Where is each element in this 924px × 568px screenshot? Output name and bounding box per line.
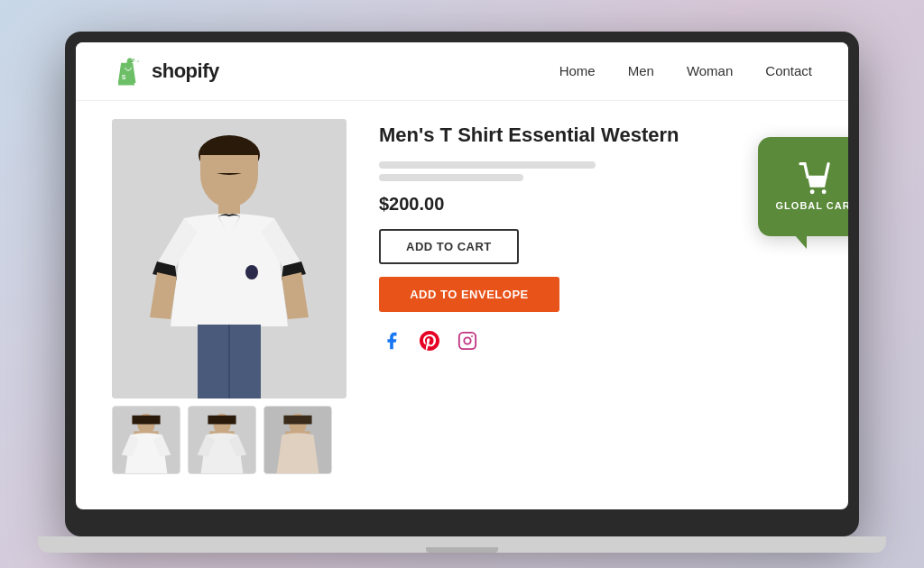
nav-item-contact[interactable]: Contact [765,63,812,79]
pinterest-icon[interactable] [417,328,442,353]
svg-point-25 [810,189,815,194]
product-title: Men's T Shirt Essential Western [379,123,812,149]
thumbnail-1[interactable] [112,406,180,474]
nav-item-home[interactable]: Home [559,63,596,79]
product-description-placeholder [379,161,812,181]
navbar: S shopify Home Men Woman Contact [76,42,848,101]
product-price: $200.00 [379,194,812,215]
thumbnail-2[interactable] [188,406,256,474]
thumbnail-3[interactable] [263,406,332,474]
main-product-image [112,119,346,399]
instagram-icon[interactable] [455,328,480,353]
svg-text:S: S [122,73,126,81]
svg-rect-5 [200,155,258,173]
nav-item-men[interactable]: Men [628,63,654,79]
facebook-icon[interactable] [379,328,404,353]
global-cart-bubble[interactable]: GLOBAL CART [758,137,848,236]
add-to-cart-button[interactable]: ADD TO CART [379,229,519,264]
svg-point-26 [822,189,827,194]
laptop-frame: S shopify Home Men Woman Contact [65,32,859,536]
product-image-svg [112,119,346,399]
desc-line-1 [379,161,596,169]
product-info: Men's T Shirt Essential Western $200.00 … [379,119,812,353]
social-share-group [379,328,812,353]
cart-icon [799,162,835,195]
laptop-notch [426,547,498,553]
laptop-base [38,536,886,553]
product-area: Men's T Shirt Essential Western $200.00 … [76,101,848,509]
thumbnail-list [112,406,346,474]
svg-rect-20 [283,416,311,425]
svg-rect-16 [208,416,236,425]
svg-rect-22 [459,332,476,348]
logo-group: S shopify [112,55,219,87]
product-images [112,119,346,474]
add-to-envelope-button[interactable]: ADD TO ENVELOPE [379,277,559,312]
desc-line-2 [379,174,523,181]
store-layout: S shopify Home Men Woman Contact [76,42,848,509]
svg-point-7 [245,265,258,279]
laptop-screen: S shopify Home Men Woman Contact [76,42,848,509]
nav-menu: Home Men Woman Contact [559,63,812,79]
svg-rect-12 [132,416,160,425]
shopify-logo-icon: S [112,55,144,87]
brand-name: shopify [152,60,219,83]
svg-point-23 [464,337,470,344]
global-cart-label: GLOBAL CART [776,200,848,211]
nav-item-woman[interactable]: Woman [687,63,733,79]
svg-point-24 [471,335,473,337]
